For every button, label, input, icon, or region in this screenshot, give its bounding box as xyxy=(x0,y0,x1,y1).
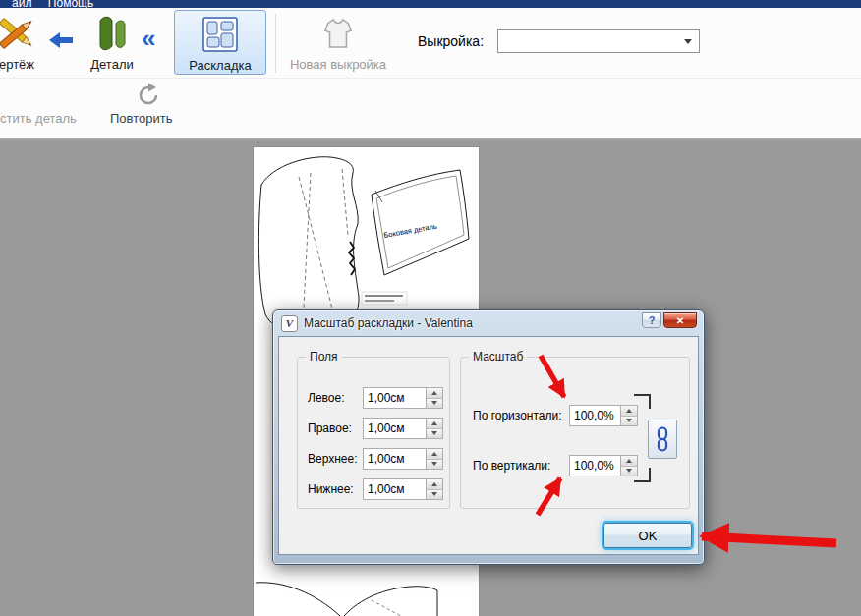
layout-scale-dialog: V Масштаб раскладки - Valentina ? ✕ Поля… xyxy=(272,309,705,565)
ok-button[interactable]: OK xyxy=(603,523,692,548)
new-layout-button: Новая выкройка xyxy=(285,10,391,73)
collapse-chevrons-icon[interactable]: « xyxy=(142,26,155,51)
chain-link-icon xyxy=(656,426,669,452)
layout-mode-label: Раскладка xyxy=(189,57,251,74)
back-arrow-icon[interactable] xyxy=(49,31,75,53)
spin-up-button[interactable] xyxy=(427,449,442,460)
left-margin-input[interactable] xyxy=(364,388,425,408)
left-margin-label: Левое: xyxy=(308,387,344,409)
horizontal-scale-label: По горизонтали: xyxy=(473,405,562,426)
details-pieces-icon xyxy=(94,10,130,56)
vertical-scale-label: По вертикали: xyxy=(473,455,550,476)
details-mode-label: Детали xyxy=(90,56,134,73)
spin-down-button[interactable] xyxy=(427,460,442,470)
menu-item-help[interactable]: Помощь xyxy=(48,0,93,8)
valentina-app-icon: V xyxy=(281,315,298,332)
horizontal-scale-spinbox xyxy=(569,405,638,426)
application-window: айл Помощь ертёж xyxy=(0,0,861,616)
redo-icon[interactable] xyxy=(136,82,161,111)
top-margin-spinbox xyxy=(363,448,443,470)
spin-down-button[interactable] xyxy=(427,399,442,409)
menu-bar: айл Помощь xyxy=(0,0,861,8)
scale-groupbox: Масштаб По горизонтали: По вертикали: xyxy=(460,357,690,509)
link-bracket-bottom xyxy=(634,468,651,482)
piece-toolbar: стить деталь Повторить xyxy=(0,78,861,139)
help-icon: ? xyxy=(649,314,656,326)
layout-sheets-icon xyxy=(201,11,239,57)
spin-up-button[interactable] xyxy=(427,419,442,429)
right-margin-spinbox xyxy=(363,418,443,439)
pattern-combobox[interactable] xyxy=(497,29,700,53)
spin-up-button[interactable] xyxy=(427,479,442,490)
dialog-title: Масштаб раскладки - Valentina xyxy=(304,316,473,330)
right-margin-input[interactable] xyxy=(364,419,425,438)
new-layout-label: Новая выкройка xyxy=(290,56,386,73)
dialog-close-button[interactable]: ✕ xyxy=(663,312,697,328)
spin-up-button[interactable] xyxy=(427,388,442,399)
horizontal-scale-input[interactable] xyxy=(570,406,619,425)
spin-down-button[interactable] xyxy=(621,417,637,426)
spin-up-button[interactable] xyxy=(621,456,637,467)
main-toolbar: ертёж Детали « xyxy=(0,8,861,78)
dialog-titlebar[interactable]: V Масштаб раскладки - Valentina xyxy=(278,310,699,336)
bottom-margin-input[interactable] xyxy=(364,479,425,499)
draw-mode-button[interactable]: ертёж xyxy=(0,10,47,73)
menu-item-file[interactable]: айл xyxy=(12,0,31,8)
toolbar-separator xyxy=(275,14,276,73)
close-icon: ✕ xyxy=(676,315,684,326)
margins-groupbox: Поля Левое: Правое: Верхнее: Нижнее: xyxy=(297,357,450,509)
crossed-pencils-icon xyxy=(0,10,38,56)
top-margin-input[interactable] xyxy=(364,449,425,469)
details-mode-button[interactable]: Детали xyxy=(81,10,144,73)
right-margin-label: Правое: xyxy=(308,418,352,439)
repeat-button[interactable]: Повторить xyxy=(110,111,172,126)
bottom-margin-spinbox xyxy=(363,478,443,500)
layout-mode-button[interactable]: Раскладка xyxy=(174,10,266,75)
left-margin-spinbox xyxy=(363,387,443,409)
link-scales-button[interactable] xyxy=(648,420,677,459)
margins-group-title: Поля xyxy=(306,350,342,364)
scale-group-title: Масштаб xyxy=(469,350,527,364)
pattern-field-label: Выкройка: xyxy=(418,33,484,49)
dialog-help-button[interactable]: ? xyxy=(642,312,661,328)
spin-down-button[interactable] xyxy=(427,490,442,500)
spin-down-button[interactable] xyxy=(427,429,442,439)
bottom-margin-label: Нижнее: xyxy=(308,478,354,500)
new-pattern-icon xyxy=(322,10,354,56)
top-margin-label: Верхнее: xyxy=(308,448,358,470)
link-bracket-top xyxy=(634,394,651,409)
vertical-scale-input[interactable] xyxy=(570,456,619,476)
vertical-scale-spinbox xyxy=(569,455,638,476)
dialog-content: Поля Левое: Правое: Верхнее: Нижнее: xyxy=(278,336,699,555)
draw-mode-label: ертёж xyxy=(0,56,34,73)
chevron-down-icon xyxy=(684,39,692,44)
clear-detail-button[interactable]: стить деталь xyxy=(0,111,77,126)
piece-name-label: Боковая деталь xyxy=(383,222,438,240)
